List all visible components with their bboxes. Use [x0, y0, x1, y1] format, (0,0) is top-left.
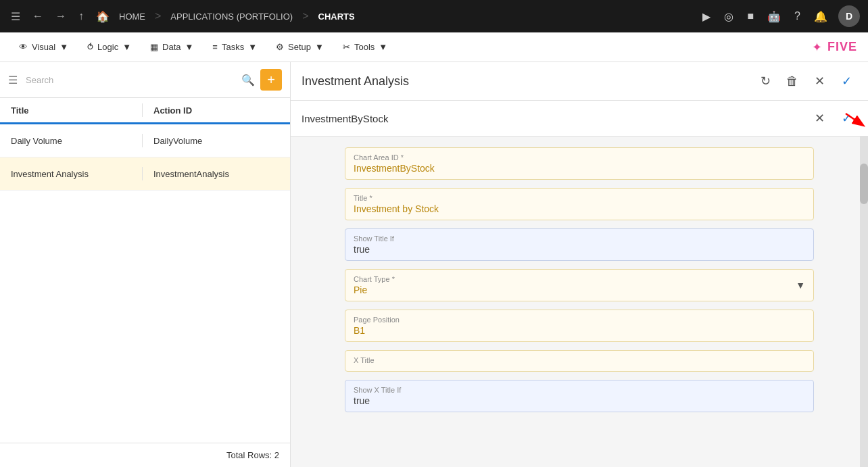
stop-icon[interactable]: ■ [744, 7, 756, 25]
x-title-field: X Title [345, 350, 814, 372]
data-icon: ▦ [150, 42, 158, 52]
title-value: Investment by Stock [354, 203, 805, 214]
show-x-title-field: Show X Title If true [345, 380, 814, 412]
data-menu[interactable]: ▦ Data ▼ [142, 38, 201, 56]
chart-area-id-field: Chart Area ID * InvestmentByStock [345, 147, 814, 180]
close-icon: ✕ [815, 74, 825, 89]
save-panel-button[interactable]: ✓ [836, 70, 857, 92]
breadcrumb-charts[interactable]: CHARTS [318, 11, 355, 22]
data-chevron-icon: ▼ [185, 42, 193, 52]
tasks-menu[interactable]: ≡ Tasks ▼ [204, 38, 265, 56]
row-title: Daily Volume [11, 136, 137, 146]
panel-header: Investment Analysis ↻ 🗑 ✕ ✓ [291, 62, 868, 101]
notification-icon[interactable]: 🔔 [811, 7, 830, 26]
show-x-title-container[interactable]: Show X Title If true [345, 380, 814, 412]
show-title-value: true [354, 244, 805, 255]
help-icon[interactable]: ? [792, 7, 803, 25]
page-position-value: B1 [354, 325, 805, 336]
title-label: Title * [354, 194, 805, 202]
breadcrumb-sep2: > [302, 10, 308, 22]
page-position-label: Page Position [354, 316, 805, 324]
title-field: Title * Investment by Stock [345, 188, 814, 220]
main-content: ☰ 🔍 + Title Action ID Daily Volume Daily… [0, 62, 868, 467]
breadcrumb-applications[interactable]: APPLICATIONS (PORTFOLIO) [170, 11, 293, 22]
arrow-indicator [842, 110, 868, 133]
close-sub-panel-button[interactable]: ✕ [809, 107, 830, 129]
preview-icon[interactable]: ◎ [721, 7, 736, 26]
second-navbar: 👁 Visual ▼ ⥀ Logic ▼ ▦ Data ▼ ≡ Tasks ▼ … [0, 32, 868, 62]
list-item[interactable]: Daily Volume DailyVolume [0, 124, 290, 157]
column-title-label: Title [11, 105, 137, 116]
table-header: Title Action ID [0, 98, 290, 124]
logic-menu[interactable]: ⥀ Logic ▼ [79, 38, 139, 56]
sub-panel-actions: ✕ ✓ [809, 107, 857, 129]
chart-type-container[interactable]: Chart Type * Pie ▼ [345, 269, 814, 301]
title-container[interactable]: Title * Investment by Stock [345, 188, 814, 220]
chart-type-field: Chart Type * Pie ▼ [345, 269, 814, 301]
show-title-container[interactable]: Show Title If true [345, 228, 814, 261]
up-icon[interactable]: ↑ [76, 7, 87, 25]
play-icon[interactable]: ▶ [700, 7, 713, 26]
tasks-icon: ≡ [212, 42, 218, 52]
chart-area-id-value: InvestmentByStock [354, 163, 805, 174]
chart-area-id-label: Chart Area ID * [354, 153, 805, 162]
tools-icon: ✂ [343, 42, 350, 52]
visual-menu[interactable]: 👁 Visual ▼ [11, 38, 76, 56]
tools-chevron-icon: ▼ [379, 42, 387, 52]
setup-menu[interactable]: ⚙ Setup ▼ [268, 38, 332, 56]
close-sub-icon: ✕ [815, 111, 825, 126]
delete-icon: 🗑 [786, 74, 798, 89]
five-logo: ✦ FIVE [812, 40, 857, 55]
visual-chevron-icon: ▼ [59, 42, 68, 52]
five-logo-text: FIVE [827, 40, 857, 54]
show-title-label: Show Title If [354, 235, 805, 243]
add-button[interactable]: + [260, 69, 282, 91]
breadcrumb-sep1: > [155, 10, 161, 22]
user-avatar[interactable]: D [838, 5, 860, 27]
forward-icon[interactable]: → [53, 7, 69, 25]
sub-panel-header: InvestmentByStock ✕ ✓ [291, 101, 868, 137]
search-input[interactable] [26, 75, 236, 85]
five-star-icon: ✦ [812, 40, 822, 55]
sub-panel-title: InvestmentByStock [302, 113, 388, 124]
form-area: Chart Area ID * InvestmentByStock Title … [291, 137, 868, 467]
chart-type-value: Pie [354, 285, 805, 295]
visual-icon: 👁 [19, 42, 28, 52]
tasks-chevron-icon: ▼ [248, 42, 257, 52]
scrollbar-track[interactable] [860, 137, 868, 467]
chart-type-label: Chart Type * [354, 275, 805, 283]
logic-chevron-icon: ▼ [122, 42, 131, 52]
restore-button[interactable]: ↻ [754, 70, 776, 92]
x-title-container[interactable]: X Title [345, 350, 814, 372]
column-action-label: Action ID [148, 105, 279, 116]
delete-button[interactable]: 🗑 [781, 70, 803, 92]
list-item[interactable]: Investment Analysis InvestmentAnalysis [0, 157, 290, 191]
logic-icon: ⥀ [87, 42, 93, 52]
sidebar-footer: Total Rows: 2 [0, 443, 290, 467]
top-navbar: ☰ ← → ↑ 🏠 HOME > APPLICATIONS (PORTFOLIO… [0, 0, 868, 32]
page-position-container[interactable]: Page Position B1 [345, 310, 814, 342]
search-icon[interactable]: 🔍 [241, 74, 255, 87]
panel-title: Investment Analysis [302, 74, 409, 89]
chart-area-id-container[interactable]: Chart Area ID * InvestmentByStock [345, 147, 814, 180]
filter-icon[interactable]: ☰ [8, 74, 18, 87]
home-icon[interactable]: 🏠 [93, 7, 112, 26]
show-x-title-label: Show X Title If [354, 386, 805, 394]
row-divider [142, 167, 143, 180]
close-panel-button[interactable]: ✕ [809, 70, 830, 92]
hamburger-icon[interactable]: ☰ [8, 7, 23, 26]
row-action-id: InvestmentAnalysis [148, 169, 279, 179]
tools-menu[interactable]: ✂ Tools ▼ [335, 38, 395, 56]
breadcrumb-home[interactable]: HOME [119, 11, 145, 22]
row-divider [142, 134, 143, 147]
scrollbar-thumb[interactable] [860, 164, 868, 204]
restore-icon: ↻ [761, 74, 771, 89]
form-scroll-area: Chart Area ID * InvestmentByStock Title … [291, 137, 868, 467]
back-icon[interactable]: ← [30, 7, 46, 25]
total-rows-label: Total Rows: 2 [226, 450, 279, 460]
robot-icon[interactable]: 🤖 [765, 7, 783, 26]
column-divider [142, 103, 143, 117]
x-title-label: X Title [354, 356, 805, 364]
show-x-title-value: true [354, 395, 805, 406]
chart-type-dropdown-icon[interactable]: ▼ [796, 280, 805, 291]
